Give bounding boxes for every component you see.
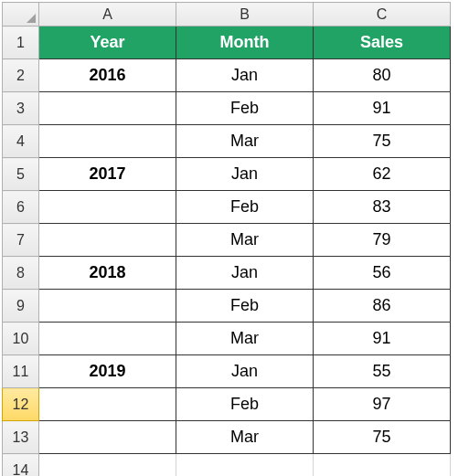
row-header-3[interactable]: 3 [3, 92, 39, 125]
cell-c4[interactable]: 75 [314, 125, 451, 158]
cell-c9[interactable]: 86 [314, 290, 451, 323]
row-header-5[interactable]: 5 [3, 158, 39, 191]
column-header-a[interactable]: A [39, 3, 176, 26]
cell-a6[interactable] [39, 191, 176, 224]
cell-a12[interactable] [39, 388, 176, 421]
cell-b2[interactable]: Jan [176, 59, 314, 92]
cell-b13[interactable]: Mar [176, 421, 314, 454]
spreadsheet-grid[interactable]: A B C 1 Year Month Sales 2 2016 Jan 80 3… [2, 2, 451, 476]
row-header-14[interactable]: 14 [3, 454, 39, 477]
cell-b3[interactable]: Feb [176, 92, 314, 125]
row-header-11[interactable]: 11 [3, 355, 39, 388]
cell-b10[interactable]: Mar [176, 323, 314, 355]
cell-a7[interactable] [39, 224, 176, 257]
cell-a13[interactable] [39, 421, 176, 454]
cell-c3[interactable]: 91 [314, 92, 451, 125]
cell-c5[interactable]: 62 [314, 158, 451, 191]
row-header-6[interactable]: 6 [3, 191, 39, 224]
select-all-corner[interactable] [3, 3, 39, 26]
cell-b9[interactable]: Feb [176, 290, 314, 323]
cell-c8[interactable]: 56 [314, 257, 451, 290]
cell-a8[interactable]: 2018 [39, 257, 176, 290]
cell-c6[interactable]: 83 [314, 191, 451, 224]
row-header-7[interactable]: 7 [3, 224, 39, 257]
cell-a4[interactable] [39, 125, 176, 158]
row-header-10[interactable]: 10 [3, 323, 39, 355]
cell-c12[interactable]: 97 [314, 388, 451, 421]
cell-c7[interactable]: 79 [314, 224, 451, 257]
row-header-4[interactable]: 4 [3, 125, 39, 158]
cell-a3[interactable] [39, 92, 176, 125]
cell-c13[interactable]: 75 [314, 421, 451, 454]
column-header-c[interactable]: C [314, 3, 451, 26]
cell-a1[interactable]: Year [39, 26, 176, 59]
row-header-13[interactable]: 13 [3, 421, 39, 454]
cell-a11[interactable]: 2019 [39, 355, 176, 388]
cell-a9[interactable] [39, 290, 176, 323]
cell-b4[interactable]: Mar [176, 125, 314, 158]
cell-b7[interactable]: Mar [176, 224, 314, 257]
cell-b1[interactable]: Month [176, 26, 314, 59]
cell-c10[interactable]: 91 [314, 323, 451, 355]
row-header-1[interactable]: 1 [3, 26, 39, 59]
row-header-8[interactable]: 8 [3, 257, 39, 290]
cell-b12[interactable]: Feb [176, 388, 314, 421]
cell-a10[interactable] [39, 323, 176, 355]
row-header-2[interactable]: 2 [3, 59, 39, 92]
cell-b5[interactable]: Jan [176, 158, 314, 191]
cell-b14[interactable] [176, 454, 314, 477]
cell-b8[interactable]: Jan [176, 257, 314, 290]
cell-c14[interactable] [314, 454, 451, 477]
cell-c11[interactable]: 55 [314, 355, 451, 388]
cell-a5[interactable]: 2017 [39, 158, 176, 191]
row-header-12[interactable]: 12 [3, 388, 39, 421]
column-header-b[interactable]: B [176, 3, 314, 26]
cell-a2[interactable]: 2016 [39, 59, 176, 92]
cell-a14[interactable] [39, 454, 176, 477]
row-header-9[interactable]: 9 [3, 290, 39, 323]
cell-c1[interactable]: Sales [314, 26, 451, 59]
cell-c2[interactable]: 80 [314, 59, 451, 92]
cell-b6[interactable]: Feb [176, 191, 314, 224]
cell-b11[interactable]: Jan [176, 355, 314, 388]
